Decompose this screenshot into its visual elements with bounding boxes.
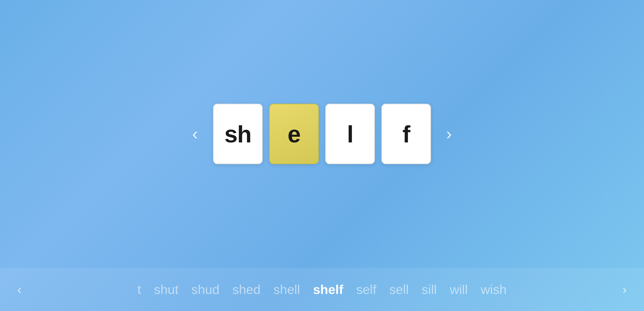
cards-row: ‹ shelf › <box>0 104 644 164</box>
bottom-left-arrow[interactable]: ‹ <box>9 278 30 301</box>
word-wish[interactable]: wish <box>481 282 506 297</box>
right-nav-arrow[interactable]: › <box>438 120 460 148</box>
word-list: tshutshudshedshellshelfselfsellsillwillw… <box>120 282 524 297</box>
cards-container: shelf <box>213 104 431 164</box>
word-shell[interactable]: shell <box>274 282 300 297</box>
bottom-right-arrow[interactable]: › <box>614 278 635 301</box>
card-f[interactable]: f <box>381 104 431 164</box>
card-e[interactable]: e <box>269 104 319 164</box>
card-l-text: l <box>347 120 353 148</box>
word-shud[interactable]: shud <box>192 282 220 297</box>
word-will[interactable]: will <box>450 282 468 297</box>
word-sell[interactable]: sell <box>389 282 409 297</box>
card-e-text: e <box>288 120 300 148</box>
word-shelf[interactable]: shelf <box>313 282 343 297</box>
card-f-text: f <box>402 120 410 148</box>
word-t[interactable]: t <box>138 282 141 297</box>
word-shed[interactable]: shed <box>232 282 260 297</box>
card-l[interactable]: l <box>325 104 375 164</box>
word-sill[interactable]: sill <box>422 282 437 297</box>
word-self[interactable]: self <box>356 282 376 297</box>
bottom-bar: ‹ tshutshudshedshellshelfselfsellsillwil… <box>0 268 644 311</box>
card-sh-text: sh <box>224 120 251 148</box>
main-area: ‹ shelf › <box>0 0 644 268</box>
word-shut[interactable]: shut <box>154 282 178 297</box>
card-sh[interactable]: sh <box>213 104 263 164</box>
left-nav-arrow[interactable]: ‹ <box>184 120 206 148</box>
